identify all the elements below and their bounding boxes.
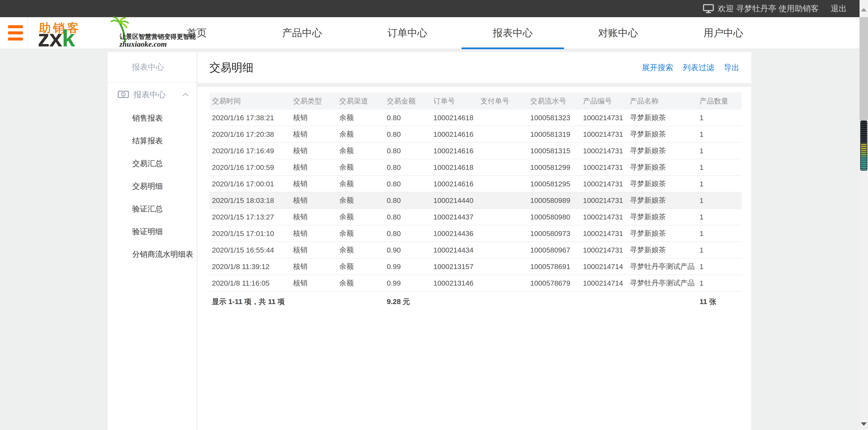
table-cell: 1000214616 — [431, 176, 478, 192]
table-cell: 1000214731 — [581, 142, 627, 159]
table-row[interactable]: 2020/1/15 18:03:18核销余额0.8010002144401000… — [209, 192, 742, 209]
scrollbar-track[interactable] — [860, 17, 868, 120]
svg-text:1: 1 — [123, 93, 124, 96]
table-cell: 1000214618 — [431, 110, 478, 126]
table-cell: 余额 — [337, 225, 384, 242]
table-cell: 1000214731 — [581, 225, 627, 242]
table-cell: 余额 — [337, 209, 384, 225]
table-cell: 1 — [697, 126, 742, 142]
table-row[interactable]: 2020/1/16 17:00:59核销余额0.8010002146181000… — [209, 159, 742, 176]
header-action-link[interactable]: 展开搜索 — [642, 62, 673, 73]
header-action-link[interactable]: 导出 — [724, 62, 739, 73]
table-cell: 1 — [697, 275, 742, 291]
table-cell: 余额 — [337, 126, 384, 142]
monitor-icon — [703, 4, 714, 13]
column-header: 交易时间 — [209, 92, 290, 110]
logout-link[interactable]: 退出 — [831, 3, 847, 14]
table-cell: 2020/1/8 11:16:05 — [209, 275, 290, 291]
table-cell: 1000581295 — [528, 176, 581, 192]
column-header: 交易流水号 — [528, 92, 581, 110]
table-cell: 0.90 — [384, 242, 431, 258]
nav-tab[interactable]: 用户中心 — [671, 17, 776, 49]
table-cell: 1000214731 — [581, 242, 627, 258]
table-cell: 1 — [697, 242, 742, 258]
column-header: 订单号 — [431, 92, 478, 110]
table-cell: 核销 — [290, 110, 337, 126]
nav-tab[interactable]: 产品中心 — [249, 17, 355, 49]
sidebar-item[interactable]: 交易明细 — [107, 175, 197, 198]
table-row[interactable]: 2020/1/16 17:38:21核销余额0.8010002146181000… — [209, 110, 742, 126]
table-row[interactable]: 2020/1/15 17:13:27核销余额0.8010002144371000… — [209, 209, 742, 225]
table-cell: 1000214731 — [581, 192, 627, 209]
table-cell: 1000578679 — [528, 275, 581, 291]
table-cell: 0.99 — [384, 258, 431, 275]
table-cell: 1000580989 — [528, 192, 581, 209]
table-cell: 0.80 — [384, 126, 431, 142]
sidebar-item[interactable]: 结算报表 — [107, 130, 197, 152]
sidebar-item[interactable]: 验证明细 — [107, 220, 197, 243]
table-cell: 1000580967 — [528, 242, 581, 258]
table-cell: 寻梦新娘茶 — [627, 242, 697, 258]
sidebar-item[interactable]: 验证汇总 — [107, 198, 197, 220]
table-cell — [478, 275, 528, 291]
vertical-scrollbar[interactable] — [860, 0, 868, 430]
table-cell: 余额 — [337, 142, 384, 159]
sidebar-item[interactable]: 交易汇总 — [107, 152, 197, 175]
scroll-down-arrow-icon[interactable] — [861, 422, 867, 426]
summary-amount: 9.28 元 — [384, 291, 431, 312]
table-cell: 寻梦牡丹亭测试产品 — [627, 275, 697, 291]
table-cell: 2020/1/8 11:39:12 — [209, 258, 290, 275]
table-cell: 1000214616 — [431, 126, 478, 142]
table-cell: 寻梦新娘茶 — [627, 126, 697, 142]
hamburger-menu-button[interactable] — [8, 25, 23, 40]
transactions-table: 交易时间交易类型交易渠道交易金额订单号支付单号交易流水号产品编号产品名称产品数量… — [209, 92, 742, 312]
table-cell: 1000581299 — [528, 159, 581, 176]
banknote-icon: 1 — [118, 90, 129, 99]
scroll-up-arrow-icon[interactable] — [861, 8, 867, 11]
sidebar-group-report-center[interactable]: 1 报表中心 — [107, 83, 197, 107]
summary-count: 显示 1-11 项，共 11 项 — [209, 291, 384, 312]
nav-tab[interactable]: 首页 — [144, 17, 249, 49]
table-row[interactable]: 2020/1/8 11:39:12核销余额0.99100021315710005… — [209, 258, 742, 275]
chevron-up-icon[interactable] — [182, 93, 189, 97]
table-panel: 交易时间交易类型交易渠道交易金额订单号支付单号交易流水号产品编号产品名称产品数量… — [197, 87, 751, 430]
table-cell — [478, 242, 528, 258]
table-cell: 0.80 — [384, 142, 431, 159]
table-cell: 核销 — [290, 209, 337, 225]
summary-spacer — [431, 291, 697, 312]
scrollbar-thumb[interactable] — [860, 120, 867, 171]
table-cell: 0.80 — [384, 176, 431, 192]
table-cell: 1 — [697, 209, 742, 225]
table-cell: 2020/1/16 17:00:59 — [209, 159, 290, 176]
table-cell — [478, 110, 528, 126]
table-cell: 1 — [697, 192, 742, 209]
page-title: 交易明细 — [209, 60, 253, 75]
table-row[interactable]: 2020/1/15 16:55:44核销余额0.9010002144341000… — [209, 242, 742, 258]
table-cell: 余额 — [337, 159, 384, 176]
table-cell: 1000214731 — [581, 159, 627, 176]
nav-tab[interactable]: 报表中心 — [460, 17, 565, 49]
table-cell: 1000214731 — [581, 110, 627, 126]
table-cell — [478, 159, 528, 176]
table-cell: 1000214440 — [431, 192, 478, 209]
table-cell — [478, 258, 528, 275]
table-row[interactable]: 2020/1/16 17:20:38核销余额0.8010002146161000… — [209, 126, 742, 142]
summary-row: 显示 1-11 项，共 11 项9.28 元11 张 — [209, 291, 742, 312]
table-cell: 余额 — [337, 176, 384, 192]
table-cell: 1000580980 — [528, 209, 581, 225]
column-header: 交易金额 — [384, 92, 431, 110]
table-cell: 1 — [697, 142, 742, 159]
table-row[interactable]: 2020/1/16 17:00:01核销余额0.8010002146161000… — [209, 176, 742, 192]
nav-tab[interactable]: 订单中心 — [355, 17, 460, 49]
header-action-link[interactable]: 列表过滤 — [683, 62, 714, 73]
app-header: 助销客 zxk 让景区智慧营销变得更智能 zhuxiaoke.com 首页产品中… — [0, 17, 868, 49]
table-row[interactable]: 2020/1/8 11:16:05核销余额0.99100021314610005… — [209, 275, 742, 291]
nav-tab[interactable]: 对账中心 — [565, 17, 671, 49]
content-card: 交易明细 展开搜索列表过滤导出 交易时间交易类型交易渠道交易金额订单号支付单号交… — [197, 52, 751, 430]
table-row[interactable]: 2020/1/16 17:16:49核销余额0.8010002146161000… — [209, 142, 742, 159]
table-cell: 寻梦新娘茶 — [627, 176, 697, 192]
table-cell: 寻梦新娘茶 — [627, 110, 697, 126]
sidebar-item[interactable]: 分销商流水明细表 — [107, 243, 197, 266]
table-row[interactable]: 2020/1/15 17:01:10核销余额0.8010002144361000… — [209, 225, 742, 242]
sidebar-item[interactable]: 销售报表 — [107, 107, 197, 130]
